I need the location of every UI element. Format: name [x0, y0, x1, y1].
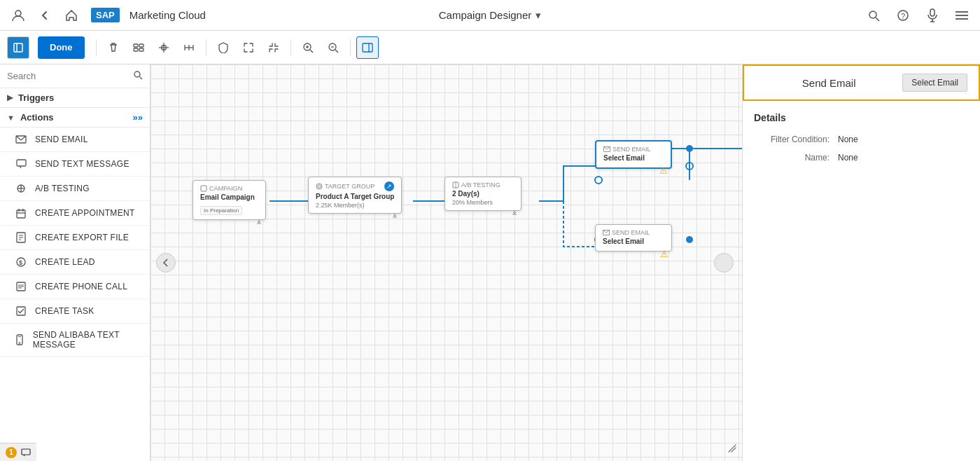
sidebar-toggle-button[interactable] — [7, 36, 29, 59]
zoom-in-button[interactable] — [297, 36, 319, 59]
page-title-area: Campaign Designer ▾ — [439, 9, 542, 22]
canvas-drag-handle[interactable] — [714, 253, 734, 273]
toolbar-separator-4 — [350, 39, 351, 56]
right-panel-title: Send Email — [755, 77, 902, 89]
create-task-icon — [14, 305, 28, 317]
svg-rect-13 — [134, 44, 138, 47]
distribute-button[interactable] — [153, 36, 175, 59]
shrink-button[interactable] — [262, 36, 285, 59]
campaign-node[interactable]: CAMPAIGN Email Campaign In Preparation — [192, 180, 266, 220]
delete-button[interactable] — [102, 36, 125, 59]
app-name: Marketing Cloud — [130, 9, 206, 21]
help-icon[interactable]: ? — [893, 6, 913, 25]
send-email-top-warning-icon: ⚠ — [659, 165, 668, 176]
search-area — [0, 64, 150, 88]
align-button[interactable] — [127, 36, 150, 59]
chat-icon — [21, 448, 31, 457]
send-alibaba-label: SEND ALIBABA TEXT MESSAGE — [33, 330, 143, 350]
global-search-icon[interactable] — [864, 6, 883, 25]
ab-testing-export-icon — [511, 209, 518, 217]
dropdown-icon[interactable]: ▾ — [536, 9, 541, 22]
right-panel-header: Send Email Select Email — [743, 64, 980, 101]
sidebar-item-create-phone[interactable]: CREATE PHONE CALL — [0, 275, 150, 299]
target-group-name: Product A Target Group — [316, 193, 394, 200]
sidebar-item-create-lead[interactable]: $ CREATE LEAD — [0, 250, 150, 275]
search-input[interactable] — [7, 71, 129, 81]
send-email-bottom-type-label: SEND EMAIL — [603, 229, 664, 236]
right-panel-details: Details Filter Condition: None Name: Non… — [743, 101, 980, 461]
sidebar-item-create-task[interactable]: CREATE TASK — [0, 299, 150, 324]
canvas-area[interactable]: CAMPAIGN Email Campaign In Preparation T… — [150, 64, 742, 461]
campaign-status: In Preparation — [200, 206, 242, 215]
actions-label: Actions — [20, 112, 54, 123]
expand-button[interactable] — [237, 36, 260, 59]
triggers-section-header[interactable]: ▶ Triggers — [0, 88, 150, 108]
svg-point-33 — [134, 71, 140, 77]
sidebar-item-send-text[interactable]: SEND TEXT MESSAGE — [0, 152, 150, 177]
ab-testing-name: 2 Day(s) — [452, 190, 514, 198]
send-email-top-type-label: SEND EMAIL — [603, 146, 664, 153]
send-email-bottom-warning-icon: ⚠ — [660, 249, 668, 259]
svg-point-73 — [316, 184, 322, 189]
svg-point-74 — [318, 185, 321, 188]
zoom-out-button[interactable] — [322, 36, 344, 59]
select-email-button[interactable]: Select Email — [902, 74, 967, 92]
ab-testing-type-label: A/B TESTING — [452, 181, 514, 188]
svg-point-63 — [595, 177, 602, 184]
page-title: Campaign Designer — [439, 9, 532, 21]
shield-button[interactable] — [212, 36, 234, 59]
send-email-top-node[interactable]: SEND EMAIL Select Email ⚠ — [595, 140, 672, 169]
actions-arrows-icon: »» — [133, 112, 143, 123]
svg-rect-5 — [930, 9, 934, 16]
create-appointment-icon — [14, 207, 28, 219]
search-icon[interactable] — [133, 70, 143, 82]
ab-testing-node[interactable]: A/B TESTING 2 Day(s) 20% Members — [444, 177, 522, 211]
microphone-icon[interactable] — [923, 6, 942, 25]
triggers-label: Triggers — [18, 92, 54, 103]
create-lead-icon: $ — [14, 256, 28, 268]
toolbar-separator-2 — [206, 39, 206, 56]
toolbar-separator-1 — [96, 39, 97, 56]
campaign-type-label: CAMPAIGN — [200, 185, 258, 192]
notification-badge[interactable]: 1 — [6, 447, 17, 458]
toolbar-separator-3 — [290, 39, 291, 56]
done-button[interactable]: Done — [38, 36, 85, 59]
main-layout: ▶ Triggers ▼ Actions »» SEND EMAIL — [0, 64, 980, 461]
svg-rect-36 — [17, 160, 26, 166]
send-email-icon — [14, 134, 28, 145]
actions-section-header[interactable]: ▼ Actions »» — [0, 108, 150, 128]
ab-testing-sub: 20% Members — [452, 199, 514, 206]
svg-line-29 — [335, 50, 338, 53]
send-text-label: SEND TEXT MESSAGE — [35, 159, 130, 169]
back-button[interactable] — [35, 6, 55, 25]
send-email-bottom-node[interactable]: SEND EMAIL Select Email ⚠ — [595, 224, 672, 252]
canvas-connections — [150, 64, 742, 461]
layout-button[interactable] — [178, 36, 200, 59]
sidebar-item-send-email[interactable]: SEND EMAIL — [0, 128, 150, 152]
user-icon[interactable] — [8, 6, 28, 25]
name-field-label: Name: — [754, 153, 838, 163]
target-group-type-label: TARGET GROUP ↗ — [316, 181, 394, 191]
svg-text:$: $ — [19, 259, 22, 266]
actions-expand-icon: ▼ — [7, 113, 15, 122]
right-panel: Send Email Select Email Details Filter C… — [742, 64, 980, 461]
canvas-scroll-left[interactable] — [156, 253, 176, 273]
target-group-node[interactable]: TARGET GROUP ↗ Product A Target Group 2.… — [308, 177, 402, 214]
sidebar-item-send-alibaba[interactable]: SEND ALIBABA TEXT MESSAGE — [0, 324, 150, 357]
svg-line-25 — [310, 50, 313, 53]
sidebar-item-create-export[interactable]: CREATE EXPORT FILE — [0, 226, 150, 250]
send-email-bottom-name: Select Email — [603, 238, 664, 245]
ab-testing-label: A/B TESTING — [35, 184, 90, 193]
name-row: Name: None — [754, 153, 969, 163]
sidebar: ▶ Triggers ▼ Actions »» SEND EMAIL — [0, 64, 150, 461]
sidebar-item-ab-testing[interactable]: A/B TESTING — [0, 177, 150, 201]
svg-point-62 — [686, 163, 693, 170]
menu-icon[interactable] — [952, 6, 972, 25]
svg-rect-79 — [22, 449, 30, 455]
svg-point-1 — [869, 11, 876, 18]
bottom-bar: 1 — [0, 443, 36, 461]
create-task-label: CREATE TASK — [35, 306, 94, 316]
sidebar-item-create-appointment[interactable]: CREATE APPOINTMENT — [0, 201, 150, 226]
home-button[interactable] — [62, 6, 81, 25]
panel-view-button[interactable] — [356, 36, 379, 59]
